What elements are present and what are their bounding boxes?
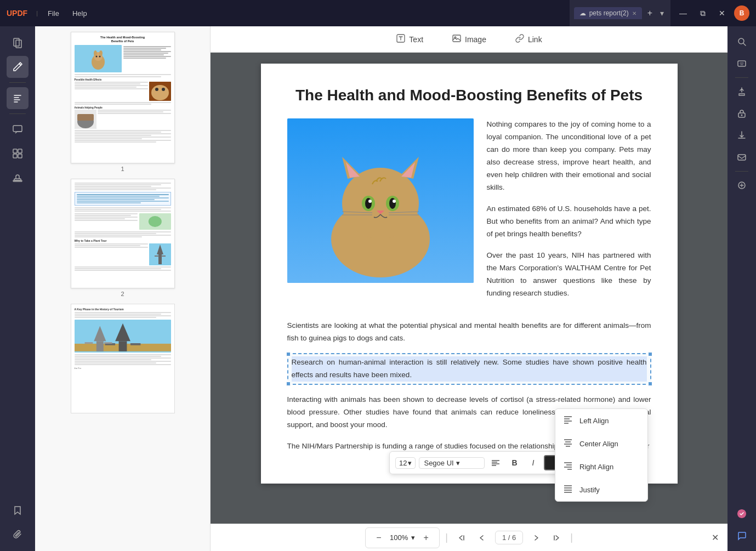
- nav-next-button[interactable]: [528, 530, 544, 546]
- svg-point-13: [95, 56, 97, 58]
- tab-add-button[interactable]: +: [644, 8, 656, 18]
- sidebar-icon-organize[interactable]: [7, 143, 29, 164]
- zoom-out-button[interactable]: −: [371, 530, 386, 546]
- thumbnail-panel: The Health and Mood-BoostingBenefits of …: [35, 26, 211, 551]
- svg-rect-36: [96, 341, 103, 351]
- svg-rect-5: [13, 154, 17, 158]
- zoom-control: − 100% ▾ +: [365, 527, 440, 548]
- sidebar-icon-stamp[interactable]: [7, 167, 29, 189]
- svg-rect-82: [738, 61, 746, 66]
- right-icon-comment2[interactable]: [732, 526, 752, 546]
- right-sidebar: [727, 26, 756, 551]
- thumb-page-num-1: 1: [121, 166, 124, 172]
- toolbar-text-button[interactable]: Text: [390, 30, 429, 49]
- image-tool-icon: [452, 33, 462, 46]
- text-tool-icon: [396, 33, 406, 46]
- text-edit-box[interactable]: Research on human-animal interaction is …: [287, 353, 651, 385]
- pdf-title: The Health and Mood-Boosting Benefits of…: [287, 86, 651, 105]
- font-size-value: 12: [399, 459, 407, 467]
- align-center-icon: [563, 438, 574, 450]
- svg-point-23: [149, 216, 162, 227]
- right-icon-ocr[interactable]: [732, 54, 752, 73]
- sidebar-icon-pages[interactable]: [7, 32, 29, 54]
- toolbar-image-label: Image: [465, 35, 486, 44]
- toolbar-image-button[interactable]: Image: [446, 30, 492, 49]
- svg-rect-2: [13, 126, 22, 132]
- svg-point-11: [94, 50, 97, 56]
- nav-prev-button[interactable]: [474, 530, 490, 546]
- left-sidebar: [0, 26, 35, 551]
- window-controls: — ⧉ ✕ B: [675, 5, 749, 21]
- tab-pets-report[interactable]: ☁ pets report(2) ✕: [574, 7, 642, 19]
- svg-line-81: [743, 43, 746, 46]
- font-size-select[interactable]: 12 ▾: [395, 457, 416, 469]
- thumb-item-2[interactable]: Why to Take a Plant Tour: [41, 179, 204, 297]
- pdf-para1: Nothing compares to the joy of coming ho…: [487, 118, 651, 194]
- window-close-button[interactable]: ✕: [714, 7, 730, 20]
- menu-bar: File Help: [42, 7, 565, 20]
- bottom-close-button[interactable]: ✕: [712, 532, 719, 543]
- svg-rect-21: [77, 114, 94, 121]
- sidebar-icon-edit[interactable]: [7, 56, 29, 78]
- italic-button[interactable]: I: [525, 455, 541, 470]
- right-icon-search[interactable]: [732, 32, 752, 52]
- toolbar-link-button[interactable]: Link: [509, 30, 548, 49]
- right-icon-scan[interactable]: [732, 175, 752, 195]
- align-left-option[interactable]: Left Align: [555, 409, 647, 432]
- thumb-item-1[interactable]: The Health and Mood-BoostingBenefits of …: [41, 32, 204, 172]
- bottom-bar: − 100% ▾ + | 1 / 6 |: [211, 524, 727, 551]
- window-maximize-button[interactable]: ⧉: [696, 7, 710, 20]
- tab-area: ☁ pets report(2) ✕ + ▾: [570, 0, 670, 26]
- text-align-button[interactable]: [488, 455, 503, 470]
- right-divider-2: [735, 171, 748, 172]
- svg-rect-38: [104, 342, 112, 344]
- thumb-item-3[interactable]: A Key Phase in the History of Tourism: [41, 304, 204, 413]
- thumb-section-plant-tour: Why to Take a Plant Tour: [75, 239, 171, 242]
- svg-point-17: [155, 88, 158, 91]
- svg-point-53: [368, 200, 372, 203]
- selection-handle-tl: [286, 352, 291, 356]
- selection-handle-tr: [648, 352, 652, 356]
- tab-close-icon[interactable]: ✕: [632, 10, 636, 16]
- svg-point-54: [393, 200, 396, 203]
- svg-rect-34: [130, 343, 140, 345]
- sidebar-icon-attachment[interactable]: [7, 524, 29, 546]
- user-avatar[interactable]: B: [734, 5, 749, 21]
- toolbar-link-label: Link: [528, 35, 542, 44]
- zoom-level-display: 100%: [390, 533, 408, 542]
- bold-button[interactable]: B: [507, 455, 522, 470]
- tab-dropdown-icon[interactable]: ▾: [658, 9, 666, 18]
- align-right-option[interactable]: Right Align: [555, 455, 647, 478]
- sidebar-icon-text-edit[interactable]: [7, 87, 29, 109]
- align-justify-option[interactable]: Justify: [555, 478, 647, 501]
- right-divider-1: [735, 77, 748, 78]
- right-icon-ai[interactable]: [732, 504, 752, 524]
- sidebar-icon-comment[interactable]: [7, 118, 29, 140]
- menu-file[interactable]: File: [42, 7, 65, 20]
- right-icon-lock[interactable]: [732, 104, 752, 123]
- font-size-dropdown-icon: ▾: [408, 459, 412, 467]
- svg-rect-0: [14, 38, 19, 46]
- svg-point-52: [389, 198, 396, 209]
- font-name-value: Segoe UI: [424, 459, 453, 467]
- sidebar-icon-bookmark[interactable]: [7, 499, 29, 521]
- pdf-viewer: Text Image: [211, 26, 727, 551]
- align-center-option[interactable]: Center Align: [555, 432, 647, 455]
- right-icon-email[interactable]: [732, 147, 752, 167]
- selection-handle-bl: [286, 382, 291, 386]
- right-icon-download[interactable]: [732, 126, 752, 145]
- svg-point-84: [741, 115, 743, 116]
- thumb-section-health: Possible Health Effects: [75, 78, 171, 81]
- page-total: 6: [512, 533, 516, 542]
- menu-help[interactable]: Help: [67, 7, 93, 20]
- zoom-dropdown-icon[interactable]: ▾: [411, 533, 415, 542]
- thumb-page-1: The Health and Mood-BoostingBenefits of …: [71, 32, 175, 163]
- font-name-select[interactable]: Segoe UI ▾: [419, 457, 485, 469]
- zoom-in-button[interactable]: +: [418, 530, 434, 546]
- window-minimize-button[interactable]: —: [675, 7, 691, 20]
- right-icon-export[interactable]: [732, 82, 752, 101]
- nav-first-button[interactable]: [453, 530, 469, 546]
- nav-last-button[interactable]: [549, 530, 565, 546]
- pdf-para2: An estimated 68% of U.S. households have…: [487, 203, 651, 241]
- thumb-title-1: The Health and Mood-BoostingBenefits of …: [75, 36, 171, 43]
